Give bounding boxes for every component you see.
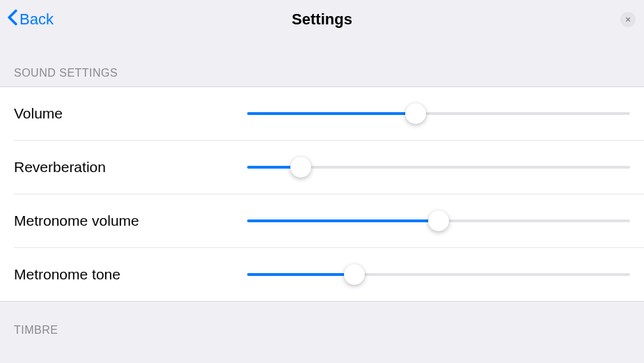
row-volume: Volume — [0, 87, 644, 140]
volume-label: Volume — [14, 105, 247, 122]
slider-thumb[interactable] — [405, 103, 426, 124]
reverberation-slider[interactable] — [247, 157, 630, 178]
row-metronome-volume: Metronome volume — [0, 194, 644, 247]
back-label: Back — [19, 10, 54, 29]
metronome-tone-slider[interactable] — [247, 264, 630, 285]
row-reverberation: Reverberation — [0, 141, 644, 194]
slider-thumb[interactable] — [428, 210, 449, 231]
metronome-tone-label: Metronome tone — [14, 266, 247, 283]
sound-settings-group: Volume Reverberation Metronome volume Me… — [0, 86, 644, 302]
slider-thumb[interactable] — [344, 264, 365, 285]
volume-slider[interactable] — [247, 103, 630, 124]
reverberation-label: Reverberation — [14, 159, 247, 176]
section-header-timbre: Timbre — [0, 302, 644, 343]
slider-fill — [247, 273, 354, 276]
slider-thumb[interactable] — [290, 157, 311, 178]
nav-bar: Back Settings × — [0, 0, 644, 39]
metronome-volume-label: Metronome volume — [14, 213, 247, 229]
chevron-left-icon — [7, 9, 18, 30]
slider-fill — [247, 112, 416, 115]
close-icon: × — [625, 14, 631, 25]
slider-fill — [247, 219, 439, 222]
page-title: Settings — [292, 10, 352, 29]
close-button[interactable]: × — [620, 12, 636, 27]
back-button[interactable]: Back — [7, 9, 54, 30]
section-header-sound: Sound Settings — [0, 39, 644, 86]
row-metronome-tone: Metronome tone — [0, 248, 644, 301]
metronome-volume-slider[interactable] — [247, 210, 630, 231]
